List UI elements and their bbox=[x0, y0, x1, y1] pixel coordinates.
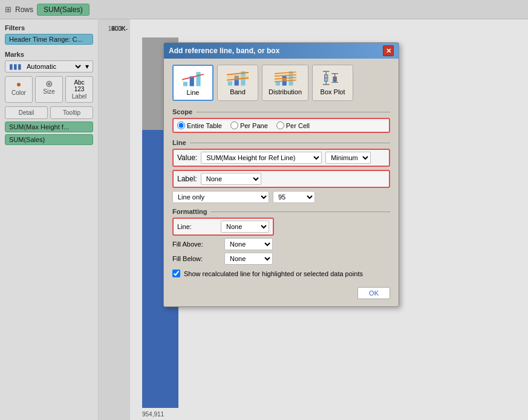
label-label-text: Label: bbox=[177, 175, 197, 183]
tab-band[interactable]: Band bbox=[217, 65, 258, 101]
line-format-select[interactable]: None bbox=[221, 221, 269, 233]
svg-line-15 bbox=[275, 72, 296, 74]
fill-below-row: Fill Below: None bbox=[172, 253, 390, 265]
value-row: Value: SUM(Max Height for Ref Line) Mini… bbox=[172, 149, 390, 167]
scope-pane-label: Per Pane bbox=[240, 122, 268, 129]
dialog-title: Add reference line, band, or box bbox=[169, 47, 279, 55]
value-select2[interactable]: Minimum bbox=[325, 152, 371, 164]
scope-pane-radio[interactable] bbox=[230, 121, 238, 129]
line-format-box: Line: None bbox=[172, 218, 274, 236]
fill-below-select[interactable]: None bbox=[224, 253, 273, 265]
scope-row: Entire Table Per Pane Per Cell bbox=[172, 118, 390, 133]
ok-button[interactable]: OK bbox=[357, 287, 390, 299]
scope-entire-label: Entire Table bbox=[187, 122, 222, 129]
value-label-text: Value: bbox=[177, 153, 197, 162]
scope-cell-radio[interactable] bbox=[276, 121, 284, 129]
dialog-body: Line Band bbox=[164, 59, 399, 306]
dialog-close-button[interactable]: ✕ bbox=[383, 45, 394, 56]
label-select[interactable]: None bbox=[201, 173, 261, 185]
dialog-footer: OK bbox=[172, 283, 390, 300]
band-tab-label: Band bbox=[230, 88, 246, 95]
formatting-section: Formatting Line: None Fill Above: None bbox=[172, 208, 390, 265]
tab-line[interactable]: Line bbox=[172, 65, 213, 101]
boxplot-tab-label: Box Plot bbox=[321, 88, 345, 95]
scope-per-cell[interactable]: Per Cell bbox=[276, 121, 310, 129]
line-section-label: Line bbox=[172, 139, 390, 146]
fill-below-label: Fill Below: bbox=[172, 255, 221, 262]
fill-above-row: Fill Above: None bbox=[172, 238, 390, 250]
line-only-select[interactable]: Line only bbox=[172, 191, 269, 203]
line-format-label: Line: bbox=[177, 223, 218, 230]
scope-section-label: Scope bbox=[172, 108, 390, 115]
line-section: Line Value: SUM(Max Height for Ref Line)… bbox=[172, 139, 390, 203]
tab-boxplot[interactable]: Box Plot bbox=[312, 65, 353, 101]
tab-icons-row: Line Band bbox=[172, 65, 390, 101]
svg-rect-4 bbox=[228, 81, 232, 85]
formatting-label: Formatting bbox=[172, 208, 390, 215]
svg-line-8 bbox=[227, 73, 249, 75]
distribution-tab-label: Distribution bbox=[269, 88, 302, 95]
add-reference-dialog: Add reference line, band, or box ✕ Line bbox=[163, 42, 399, 307]
tab-distribution[interactable]: Distribution bbox=[262, 65, 308, 101]
line-value-select[interactable]: 95 bbox=[273, 191, 315, 203]
line-tab-label: Line bbox=[187, 89, 200, 96]
fill-above-label: Fill Above: bbox=[172, 241, 221, 248]
checkbox-row: Show recalculated line for highlighted o… bbox=[172, 270, 390, 277]
recalculate-checkbox[interactable] bbox=[172, 270, 180, 277]
label-row: Label: None bbox=[172, 170, 390, 188]
checkbox-label: Show recalculated line for highlighted o… bbox=[184, 270, 363, 277]
line-tab-icon bbox=[182, 69, 204, 88]
boxplot-tab-icon bbox=[322, 69, 344, 87]
svg-rect-0 bbox=[183, 82, 187, 86]
dialog-titlebar: Add reference line, band, or box ✕ bbox=[164, 43, 399, 59]
scope-entire-table[interactable]: Entire Table bbox=[177, 121, 222, 129]
line-format-row: Line: None bbox=[172, 218, 390, 236]
value-select[interactable]: SUM(Max Height for Ref Line) bbox=[201, 152, 322, 164]
scope-entire-radio[interactable] bbox=[177, 121, 185, 129]
scope-cell-label: Per Cell bbox=[286, 122, 310, 129]
svg-rect-2 bbox=[196, 72, 200, 86]
scope-per-pane[interactable]: Per Pane bbox=[230, 121, 268, 129]
dialog-overlay: Add reference line, band, or box ✕ Line bbox=[0, 0, 528, 420]
fill-above-select[interactable]: None bbox=[224, 238, 273, 250]
band-tab-icon bbox=[227, 69, 249, 87]
distribution-tab-icon bbox=[275, 69, 296, 87]
line-only-row: Line only 95 bbox=[172, 191, 390, 203]
